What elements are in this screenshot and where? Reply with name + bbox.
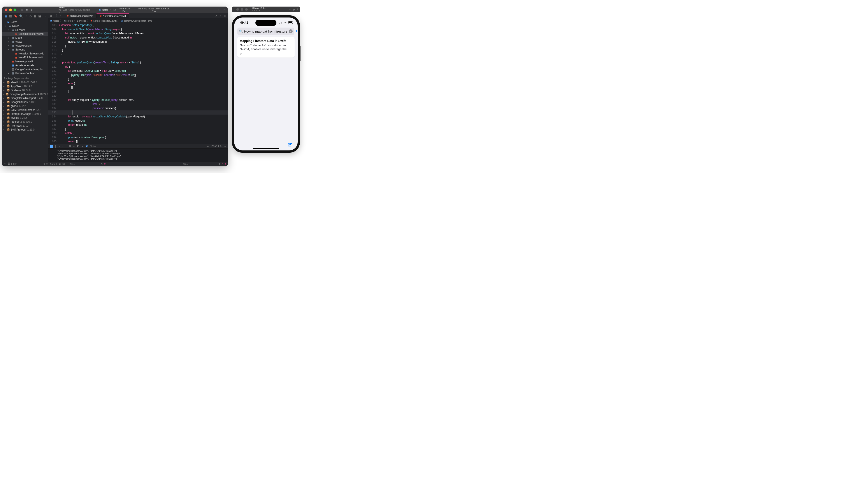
- cancel-button[interactable]: Cancel: [296, 29, 298, 33]
- scheme-selector[interactable]: ▣ Notes 〉 ▢ iPhone 15 Pro: [98, 7, 132, 12]
- find-icon[interactable]: 🔍: [19, 14, 23, 18]
- debug-icon[interactable]: ▦: [34, 14, 36, 18]
- tree-file-notesrepository[interactable]: ◉NotesRepository.swift: [2, 32, 48, 36]
- stop-button[interactable]: ■: [26, 8, 28, 11]
- refresh-icon[interactable]: ⟳: [214, 14, 218, 17]
- package-item[interactable]: ▸📦InteropForGoogle 100.0.0: [2, 112, 48, 116]
- package-item[interactable]: ▸📦GTMSessionFetcher 3.4.1: [2, 108, 48, 112]
- filter-icon[interactable]: ☰: [7, 162, 10, 165]
- recent-files-icon[interactable]: ▤: [48, 14, 53, 17]
- metaline-icon[interactable]: ⦿: [104, 163, 106, 166]
- editor-options-icon[interactable]: ≡: [218, 14, 223, 17]
- tree-folder-views[interactable]: ▸▣Views: [2, 40, 48, 44]
- maximize-icon[interactable]: [245, 8, 248, 11]
- package-item[interactable]: ▸📦Firebase 10.24.0: [2, 88, 48, 92]
- tree-folder-notes[interactable]: ▾▣Notes: [2, 24, 48, 28]
- debug-view-icon[interactable]: ▦: [69, 145, 71, 147]
- step-over-icon[interactable]: ⤵: [59, 145, 60, 147]
- console-filter-input[interactable]: [183, 163, 203, 166]
- tree-folder-preview[interactable]: ▸▣Preview Content: [2, 71, 48, 75]
- report-icon[interactable]: ▭: [43, 14, 45, 18]
- add-file-icon[interactable]: ＋: [3, 162, 6, 166]
- eye-icon[interactable]: ◉: [59, 163, 61, 166]
- library-icon[interactable]: ▭: [223, 8, 225, 11]
- sidebar-toggle-icon[interactable]: ▭: [21, 8, 23, 11]
- panel-left-icon[interactable]: ▯: [222, 163, 223, 166]
- tree-root[interactable]: ▾▣Notes: [2, 20, 48, 24]
- location-icon[interactable]: ➤: [82, 145, 83, 147]
- search-row: 🔍 How to map dat from firestore ✕ Cancel: [234, 28, 298, 37]
- add-icon[interactable]: ＋: [217, 8, 219, 11]
- tree-folder-viewmodifiers[interactable]: ▸▣ViewModifiers: [2, 44, 48, 48]
- step-into-icon[interactable]: ↓: [62, 145, 63, 147]
- auto-label[interactable]: Auto ≎: [50, 163, 58, 166]
- package-item[interactable]: ▸📦nanopb 2.30910.0: [2, 120, 48, 124]
- run-button[interactable]: ▶: [31, 8, 33, 11]
- package-item[interactable]: ▸📦AppCheck 10.19.0: [2, 84, 48, 88]
- forward-icon[interactable]: 〉: [58, 14, 64, 18]
- tree-file-notesapp[interactable]: ◉NotesApp.swift: [2, 60, 48, 63]
- package-item[interactable]: ▸📦abseil 1.2024011601.1: [2, 80, 48, 84]
- jump-bar[interactable]: ▣ Notes〉 ▣Notes〉 Services〉 ◉NotesReposit…: [48, 19, 228, 23]
- compose-icon[interactable]: [287, 142, 292, 148]
- tree-file-noteedit[interactable]: ◉NoteEditScreen.swift: [2, 56, 48, 60]
- screenshot-icon[interactable]: ◎: [293, 8, 295, 11]
- bookmark-icon[interactable]: 🔖: [14, 14, 17, 18]
- close-icon[interactable]: [236, 8, 239, 11]
- tree-folder-model[interactable]: ▸▣Model: [2, 36, 48, 40]
- minimize-icon[interactable]: [9, 8, 12, 11]
- search-icon: 🔍: [239, 30, 243, 33]
- test-icon[interactable]: ◇: [30, 14, 32, 18]
- clear-search-icon[interactable]: ✕: [289, 29, 292, 33]
- device-icon: ▢: [113, 8, 116, 11]
- package-item[interactable]: ▸📦leveldb 1.22.5: [2, 116, 48, 120]
- pin-icon[interactable]: ⊙: [101, 163, 103, 166]
- issue-icon[interactable]: ⚠: [25, 14, 27, 18]
- search-result[interactable]: Mapping Firestore Data in Swift Swift's …: [237, 37, 294, 58]
- project-tree: ▾▣Notes ▾▣Notes ▾▣Services ◉NotesReposit…: [2, 19, 48, 161]
- source-control-icon[interactable]: ◧: [9, 14, 12, 18]
- breakpoint-toggle-icon[interactable]: [50, 145, 53, 148]
- tab-noteslist[interactable]: ◉NotesListScreen.swift: [64, 13, 96, 18]
- console[interactable]: ["GybbVqm9jHoaodmwVpYv", "gMrO1fIiXM5f4l…: [48, 148, 228, 162]
- filter-icon[interactable]: ☰: [179, 163, 181, 166]
- variables-filter-input[interactable]: [70, 163, 89, 166]
- panel-right-icon[interactable]: ▯: [224, 163, 226, 166]
- xcode-window: ▭ ■ ▶ Notes #1 – Add "Notes for iOS" sam…: [2, 6, 228, 166]
- package-item[interactable]: ▸📦SwiftProtobuf 1.26.0: [2, 128, 48, 132]
- package-item[interactable]: ▸📦GoogleDataTransport 9.4.0: [2, 96, 48, 100]
- tree-folder-services[interactable]: ▾▣Services: [2, 28, 48, 32]
- tree-file-assets[interactable]: ▣Assets.xcassets: [2, 63, 48, 67]
- navigator-filter-input[interactable]: [11, 163, 41, 165]
- env-overrides-icon[interactable]: ◧: [77, 145, 79, 147]
- split-editor-icon[interactable]: ▥: [223, 14, 228, 17]
- tab-notesrepository[interactable]: ◉NotesRepository.swift: [96, 13, 129, 18]
- package-item[interactable]: ▸📦Promises 2.4.0: [2, 124, 48, 128]
- back-icon[interactable]: 〈: [53, 14, 58, 18]
- info-icon[interactable]: ⓘ: [62, 163, 65, 166]
- search-input[interactable]: 🔍 How to map dat from firestore ✕: [237, 28, 294, 35]
- package-item[interactable]: ▸📦GoogleUtilities 7.13.1: [2, 100, 48, 104]
- minimap-icon[interactable]: ▭: [224, 145, 226, 147]
- close-icon[interactable]: [5, 8, 7, 11]
- clock-icon[interactable]: ◷: [43, 162, 45, 165]
- rotate-icon[interactable]: ⤴: [297, 8, 298, 11]
- pause-icon[interactable]: ‖: [55, 145, 57, 147]
- breakpoint-nav-icon[interactable]: ⬓: [38, 14, 41, 18]
- minimize-icon[interactable]: [241, 8, 243, 11]
- maximize-icon[interactable]: [13, 8, 16, 11]
- tree-file-gservice[interactable]: ▤GoogleService-Info.plist: [2, 67, 48, 71]
- tree-folder-screens[interactable]: ▾▣Screens: [2, 48, 48, 52]
- editor-tabs: ▤ 〈 〉 ◉NotesListScreen.swift ◉NotesRepos…: [48, 13, 228, 19]
- memory-graph-icon[interactable]: ⎌: [73, 145, 75, 147]
- tree-file-noteslist[interactable]: ◉NotesListScreen.swift: [2, 52, 48, 56]
- step-out-icon[interactable]: ↑: [66, 145, 67, 147]
- package-item[interactable]: ▸📦gRPC 1.62.2: [2, 104, 48, 108]
- home-icon[interactable]: ⌂: [289, 8, 291, 11]
- package-item[interactable]: ▸📦GoogleAppMeasurement 10.24.0: [2, 92, 48, 96]
- trash-icon[interactable]: 🗑: [218, 163, 221, 166]
- code-editor[interactable]: 108extension NotesRepository {109 func s…: [48, 23, 228, 144]
- filter-icon[interactable]: ☰: [66, 163, 68, 166]
- home-indicator[interactable]: [253, 148, 279, 149]
- project-nav-icon[interactable]: ▤: [5, 14, 7, 18]
